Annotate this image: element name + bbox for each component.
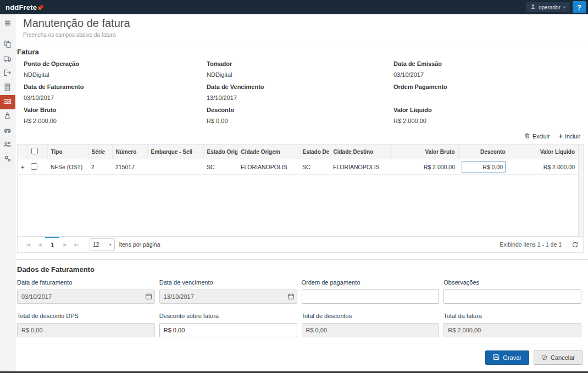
- row-checkbox[interactable]: [31, 163, 37, 170]
- field-observacoes-input: Observações: [443, 279, 581, 304]
- row-expand-button[interactable]: +: [18, 159, 27, 175]
- grid-toolbar: Excluir + Incluir: [17, 129, 584, 144]
- sidebar-item-billing[interactable]: [0, 95, 15, 109]
- field-ordem-pagamento-input: Ordem de pagamento: [302, 279, 440, 304]
- user-icon: [530, 4, 536, 10]
- cell-estado-origem: SC: [203, 159, 237, 175]
- sidebar-item-vehicles[interactable]: [0, 124, 15, 138]
- user-label: operador: [539, 4, 561, 10]
- desconto-sobre-fatura-input[interactable]: [159, 323, 297, 337]
- column-header-estado-origem[interactable]: Estado Orig...: [203, 144, 237, 159]
- column-header-cidade-destino[interactable]: Cidade Destino: [330, 144, 390, 159]
- previous-page-button[interactable]: ◀: [34, 237, 45, 252]
- field-value: 03/10/2017: [393, 71, 580, 78]
- column-header-serie[interactable]: Série: [88, 144, 112, 159]
- report-icon: [3, 83, 12, 93]
- weight-scale-icon: [3, 112, 12, 122]
- plus-icon: +: [558, 133, 563, 139]
- field-label: Valor Bruto: [24, 107, 207, 113]
- sidebar-item-tax[interactable]: [0, 109, 15, 124]
- cell-estado-destino: SC: [299, 159, 330, 175]
- total-da-fatura-input: [443, 323, 581, 337]
- calendar-icon[interactable]: [287, 293, 295, 300]
- field-label: Ponto de Operação: [24, 60, 207, 67]
- field-value: R$ 0,00: [207, 118, 393, 124]
- menu-icon: [4, 19, 12, 29]
- total-descontos-input: [302, 323, 440, 337]
- field-label: Total de descontos: [302, 313, 440, 319]
- next-page-button[interactable]: ▶: [59, 237, 70, 252]
- column-header-valor-liquido[interactable]: Valor Líquido: [509, 144, 578, 159]
- save-icon: [493, 354, 500, 361]
- column-header-numero[interactable]: Número: [112, 144, 147, 159]
- vertical-scrollbar[interactable]: [578, 144, 583, 236]
- cell-cidade-origem: FLORIANOPOLIS: [237, 159, 299, 175]
- column-header-desconto[interactable]: Desconto: [458, 144, 509, 159]
- fatura-section: Fatura Ponto de Operação NDDigital Tomad…: [15, 42, 588, 127]
- current-page-button[interactable]: 1: [45, 237, 59, 252]
- column-header-embarque[interactable]: Embarque - Sell: [147, 144, 203, 159]
- cell-tipo: NFSe (OST): [47, 159, 88, 175]
- sidebar-item-invoices[interactable]: [0, 38, 15, 52]
- field-desconto: Desconto R$ 0,00: [207, 103, 393, 126]
- field-value: R$ 2.000,00: [393, 118, 580, 124]
- cancelar-label: Cancelar: [551, 354, 575, 361]
- cell-valor-bruto: R$ 2.000,00: [390, 159, 458, 175]
- field-label: Observações: [443, 279, 581, 286]
- main-content: Manutenção de fatura Preencha os campos …: [15, 14, 588, 371]
- column-header-valor-bruto[interactable]: Valor Bruto: [390, 144, 458, 159]
- select-all-checkbox[interactable]: [31, 148, 38, 154]
- money-icon: [3, 97, 12, 108]
- data-faturamento-input[interactable]: [17, 290, 155, 304]
- app-window: nddFrete operador ▾ ?: [0, 0, 588, 373]
- grid-main: Tipo Série Número Embarque - Sell Estado…: [17, 144, 584, 236]
- cell-serie: 2: [88, 159, 112, 175]
- ordem-pagamento-input[interactable]: [302, 290, 440, 304]
- sidebar-item-menu[interactable]: [0, 17, 15, 31]
- column-header-tipo[interactable]: Tipo: [47, 144, 88, 159]
- topbar: nddFrete operador ▾ ?: [0, 0, 588, 14]
- chevron-down-icon: ▾: [109, 242, 112, 247]
- items-grid: Excluir + Incluir: [17, 129, 584, 253]
- cancelar-button[interactable]: Cancelar: [534, 350, 583, 365]
- field-label: Data de vencimento: [159, 279, 297, 286]
- sidebar-item-settings[interactable]: [0, 152, 15, 166]
- sidebar-item-users[interactable]: [0, 138, 15, 152]
- cell-cidade-destino: FLORIANOPOLIS: [330, 159, 390, 175]
- last-page-button[interactable]: ▶|: [71, 237, 83, 252]
- field-label: Desconto sobre fatura: [159, 313, 297, 319]
- column-header-cidade-origem[interactable]: Cidade Origem: [237, 144, 299, 159]
- dados-faturamento-section: Dados de Faturamento Data de faturamento…: [15, 259, 588, 337]
- first-page-button[interactable]: |◀: [22, 237, 34, 252]
- field-label: Data de Emissão: [393, 60, 580, 67]
- sidebar-item-freight[interactable]: [0, 52, 15, 66]
- column-header-estado-destino[interactable]: Estado Dest...: [299, 144, 330, 159]
- trash-icon: [524, 132, 530, 140]
- field-valor-liquido: Valor Líquido R$ 2.000,00: [393, 103, 580, 126]
- data-vencimento-input[interactable]: [159, 290, 297, 304]
- brand-logo[interactable]: nddFrete: [5, 3, 43, 12]
- observacoes-input[interactable]: [443, 290, 581, 304]
- truck-icon: [3, 54, 12, 65]
- field-value: 03/10/2017: [24, 94, 207, 101]
- excluir-button[interactable]: Excluir: [524, 132, 550, 140]
- refresh-button[interactable]: [572, 241, 579, 248]
- dados-row-1: Data de faturamento Data de vencimento: [17, 279, 581, 304]
- gravar-button[interactable]: Gravar: [485, 350, 529, 365]
- field-label: Data de faturamento: [17, 279, 155, 286]
- sidebar-item-reports[interactable]: [0, 81, 15, 95]
- field-label: Total da fatura: [443, 313, 581, 319]
- sidebar-item-export[interactable]: [0, 66, 15, 81]
- cell-desconto: [458, 159, 509, 175]
- page-size-value: 12: [93, 241, 99, 248]
- incluir-button[interactable]: + Incluir: [558, 133, 580, 140]
- field-value: 13/10/2017: [207, 94, 393, 101]
- page-size-select[interactable]: 12 ▾: [90, 238, 115, 250]
- footer-actions: Gravar Cancelar: [15, 350, 588, 371]
- page-title: Manutenção de fatura: [23, 17, 580, 30]
- desconto-input[interactable]: [462, 161, 506, 172]
- users-icon: [3, 140, 12, 151]
- calendar-icon[interactable]: [145, 293, 152, 300]
- user-menu[interactable]: operador ▾: [526, 2, 570, 12]
- help-button[interactable]: ?: [573, 1, 586, 13]
